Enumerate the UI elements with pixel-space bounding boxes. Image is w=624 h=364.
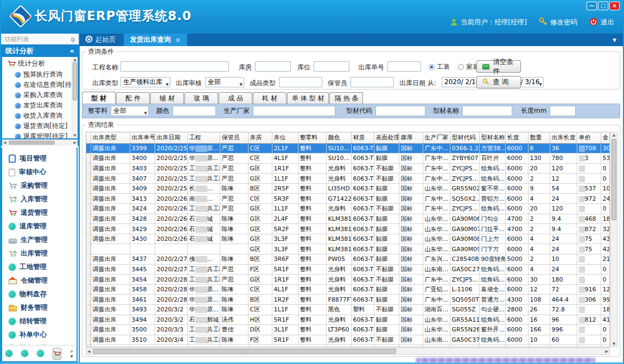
subtab-配件[interactable]: 配 件	[116, 92, 150, 104]
more-buttons-chevron[interactable]: »▾	[70, 349, 73, 359]
column-header[interactable]: 整零料	[298, 132, 326, 143]
close-button[interactable]: ×	[609, 2, 620, 10]
subtab-玻璃[interactable]: 玻 璃	[184, 92, 218, 104]
column-header[interactable]: 保管员	[220, 132, 248, 143]
tree-horizontal-scrollbar[interactable]: ◀ ▶	[1, 139, 79, 146]
scrollbar-thumb[interactable]	[73, 62, 77, 100]
radio-selected-icon[interactable]	[429, 64, 435, 70]
sidebar-item-退货管理[interactable]: 退货管理	[2, 206, 77, 220]
subtab-型材[interactable]: 型 材	[82, 92, 116, 104]
column-header[interactable]: 材质	[351, 132, 374, 143]
out-type-select[interactable]: 生产领料出库	[120, 77, 170, 87]
sidebar-item-采购管理[interactable]: 采购管理	[2, 179, 77, 193]
tree-item[interactable]: 预算执行查询	[3, 69, 71, 80]
clear-conditions-button[interactable]: 清空条件	[476, 60, 521, 73]
scroll-left-icon[interactable]: ◀	[3, 141, 6, 145]
radio-unselected-icon[interactable]	[458, 64, 464, 70]
sidebar-item-退库管理[interactable]: 退库管理	[2, 220, 77, 233]
table-row[interactable]: 调拨出库34302020/2/26石城陈琳G区3L3F整料KLM38176063…	[86, 234, 610, 244]
table-row[interactable]: 调拨出库34292020/2/26石城陈琳G区5R2F整料KLM38176063…	[86, 224, 610, 234]
scroll-left-icon[interactable]: ◀	[87, 349, 90, 354]
column-header[interactable]: 库位	[272, 132, 298, 143]
sidebar-item-物料盘存[interactable]: 物料盘存	[2, 288, 77, 301]
tree-item[interactable]: 在途信息查询[待	[3, 80, 71, 90]
column-header[interactable]: 出库长度	[550, 132, 577, 143]
sidebar-group-header[interactable]: 统计分析 «	[1, 44, 79, 57]
table-row[interactable]: 调拨出库34582020/2/28华原...陈琳C区4L1F整料光身料6063-…	[86, 284, 610, 295]
subtab-隔热条[interactable]: 隔 热 条	[329, 92, 363, 104]
scroll-up-icon[interactable]: ▲	[72, 57, 78, 62]
logout-button[interactable]: 退出	[589, 17, 614, 28]
table-row[interactable]: 调拨出库34452020/2/27工共工程严思F区5R1F整料光身料6063-T…	[86, 264, 610, 274]
tree-root-statistics[interactable]: 统计分析	[3, 58, 71, 69]
sidebar-item-审核中心[interactable]: 审核中心	[2, 165, 77, 179]
radio-gongzhuang[interactable]: 工装	[429, 62, 450, 72]
table-row[interactable]: 调拨出库34932020/3/2华原...陈琳C区1L1F整料黑色塑料不贴膜国标…	[86, 305, 610, 315]
dot-icon[interactable]	[21, 350, 28, 357]
audit-select[interactable]: 全部	[205, 77, 244, 87]
table-row[interactable]: 调拨出库34132020/2/26南...严思C区5R3F整料G71422606…	[86, 194, 610, 204]
search-button[interactable]: 查 询	[476, 76, 521, 88]
tab-list-dropdown-icon[interactable]: ▼	[613, 37, 616, 43]
minimize-button[interactable]: —	[587, 2, 597, 10]
column-header[interactable]: 出库单号	[130, 132, 155, 143]
color-input[interactable]	[173, 106, 216, 116]
sidebar-item-仓储管理[interactable]: 仓储管理	[2, 274, 77, 288]
tree-item[interactable]: 采购入库查询	[3, 90, 71, 100]
sidebar-item-生产管理[interactable]: 生产管理	[2, 233, 77, 247]
tab-shipment-outbound-query[interactable]: 发货出库查询 ×	[124, 34, 187, 46]
table-row[interactable]: 调拨出库35002020/3/3工共工程曹佳D区3L1F整料LT3P606063…	[86, 325, 610, 335]
grid-vertical-scrollbar[interactable]: ▲ ▼	[610, 132, 617, 347]
tree-item[interactable]: 退货查询[待定]	[3, 121, 71, 131]
length-input[interactable]	[550, 106, 576, 116]
column-header[interactable]: 长度	[505, 132, 528, 143]
subtab-耗材[interactable]: 耗 材	[253, 92, 286, 104]
tree-item[interactable]: 发货出库查询	[3, 100, 71, 111]
collapse-icon[interactable]: «	[70, 44, 74, 57]
profile-name-input[interactable]	[462, 106, 512, 116]
tree-item[interactable]: 退库管理[待定]	[3, 131, 71, 139]
subtab-成品[interactable]: 成 品	[219, 92, 252, 104]
sidebar-item-结转管理[interactable]: 结转管理	[2, 315, 77, 328]
change-password-button[interactable]: 修改密码	[539, 17, 577, 28]
scrollbar-thumb[interactable]	[9, 141, 55, 145]
table-row[interactable]: 调拨出库34072020/2/25工共工程严思G区1L1F整料光身料6063-T…	[86, 174, 610, 184]
tab-close-icon[interactable]: ×	[175, 36, 181, 44]
order-no-input[interactable]	[387, 61, 421, 72]
table-row[interactable]: 调拨出库35102020/3/4工共工程陈琳F区5R1F整料光身料6063-T5…	[86, 335, 610, 345]
column-header[interactable]: 出库日期	[155, 132, 187, 143]
product-type-input[interactable]	[279, 77, 322, 87]
subtab-辅材[interactable]: 辅 材	[150, 92, 184, 104]
scroll-down-icon[interactable]: ▼	[72, 133, 78, 138]
subtab-单体型材[interactable]: 单 体 型 材	[287, 92, 329, 104]
table-row[interactable]: 调拨出库34942020/3/2石辉城汤伟H区5R1F整料光身料6063-T5贴…	[86, 315, 610, 325]
sidebar-item-补单中心[interactable]: 补单中心	[2, 328, 77, 342]
table-row[interactable]: 调拨出库34032020/2/25工共工程严思G区1R1F整料光身料6063-T…	[86, 163, 610, 174]
sidebar-item-出库管理[interactable]: 出库管理	[2, 247, 77, 260]
column-header[interactable]: 数量	[528, 132, 550, 143]
column-header[interactable]: 库房	[248, 132, 272, 143]
column-header[interactable]: 型材名称	[479, 132, 505, 143]
table-row[interactable]: 调拨出库34092020/2/25长...陈琳B区2R5F整料LI35HD606…	[86, 183, 610, 194]
dot-icon[interactable]	[37, 350, 44, 357]
column-header[interactable]: 表面处理	[374, 132, 399, 143]
tab-home[interactable]: 起始页	[80, 34, 124, 46]
sidebar-item-项目管理[interactable]: 项目管理	[2, 152, 77, 165]
column-header[interactable]: 生产厂家	[423, 132, 450, 143]
column-header[interactable]: 型材代码	[450, 132, 479, 143]
table-row[interactable]: 调拨出库34002020/2/25华原...严思C区4L1F整料SU10...6…	[86, 154, 610, 164]
location-input[interactable]	[314, 61, 349, 72]
tree-vertical-scrollbar[interactable]: ▲ ▼	[72, 57, 78, 138]
scroll-right-icon[interactable]: ▶	[74, 141, 77, 145]
scroll-right-icon[interactable]: ▶	[606, 349, 608, 354]
column-header[interactable]: 颜色	[326, 132, 351, 143]
scroll-down-icon[interactable]: ▼	[611, 341, 617, 347]
table-row[interactable]: G区3L3F整料KLM38176063-T5贴膜国标山东华...GA90M09.…	[86, 244, 610, 254]
dot-icon[interactable]	[5, 350, 12, 357]
column-header[interactable]: 金	[601, 132, 610, 143]
table-row[interactable]: 调拨出库34242020/2/26工共工程严思G区1L1F整料光身料6063-T…	[86, 204, 610, 214]
statistics-shortcut-button[interactable]	[53, 348, 61, 360]
scroll-up-icon[interactable]: ▲	[611, 132, 617, 138]
sidebar-item-财务管理[interactable]: 财务管理	[2, 301, 77, 315]
grid-horizontal-scrollbar[interactable]: ◀ ▶	[86, 348, 610, 355]
